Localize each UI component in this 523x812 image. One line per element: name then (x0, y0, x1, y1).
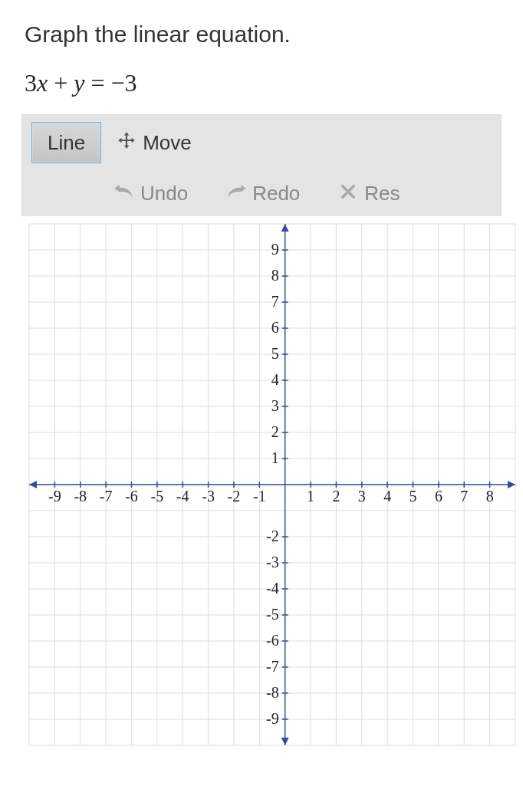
redo-icon (226, 182, 246, 205)
y-var: y (74, 69, 84, 97)
tool-mode-row: Line Move (22, 115, 501, 170)
graph-canvas[interactable]: -9-8-7-6-5-4-3-2-112345678-9-8-7-6-5-4-3… (21, 216, 523, 753)
svg-text:-7: -7 (266, 658, 279, 675)
redo-label: Redo (252, 182, 300, 205)
line-tool-button[interactable]: Line (31, 122, 101, 163)
svg-text:-2: -2 (228, 488, 241, 505)
svg-text:-3: -3 (266, 554, 279, 570)
svg-text:-5: -5 (266, 606, 279, 623)
instruction-text: Graph the linear equation. (25, 21, 498, 48)
undo-button[interactable]: Undo (114, 182, 188, 205)
svg-text:-6: -6 (266, 632, 279, 649)
plus: + (48, 69, 74, 97)
svg-text:1: 1 (307, 488, 314, 505)
svg-text:-3: -3 (202, 488, 215, 505)
svg-text:2: 2 (332, 488, 340, 505)
svg-marker-46 (281, 738, 289, 745)
graph-toolbar: Line Move Undo (21, 114, 502, 216)
svg-text:2: 2 (271, 423, 279, 440)
svg-text:5: 5 (271, 345, 279, 362)
svg-text:1: 1 (271, 449, 279, 466)
reset-label: Res (364, 182, 400, 205)
equals: = (84, 69, 110, 97)
svg-text:3: 3 (358, 488, 366, 505)
svg-text:-1: -1 (253, 488, 266, 505)
svg-text:7: 7 (460, 488, 468, 505)
svg-text:6: 6 (271, 319, 279, 336)
undo-label: Undo (140, 182, 188, 205)
move-tool-label: Move (143, 131, 192, 155)
svg-text:4: 4 (383, 488, 391, 505)
close-icon (338, 182, 358, 205)
rhs: −3 (111, 69, 137, 97)
svg-text:3: 3 (271, 397, 279, 414)
svg-text:-9: -9 (48, 488, 61, 505)
svg-marker-43 (508, 481, 515, 488)
svg-text:7: 7 (271, 293, 279, 310)
svg-text:-2: -2 (266, 528, 279, 544)
svg-text:-4: -4 (266, 580, 279, 597)
svg-marker-45 (281, 224, 289, 232)
svg-text:6: 6 (435, 488, 442, 505)
move-tool-button[interactable]: Move (101, 122, 207, 163)
coordinate-grid[interactable]: -9-8-7-6-5-4-3-2-112345678-9-8-7-6-5-4-3… (21, 216, 523, 753)
move-icon (117, 130, 137, 156)
svg-text:-5: -5 (151, 488, 164, 505)
reset-button[interactable]: Res (338, 182, 400, 205)
svg-text:-8: -8 (74, 488, 87, 505)
svg-text:5: 5 (410, 488, 417, 505)
svg-text:-6: -6 (125, 488, 138, 505)
svg-text:-8: -8 (266, 684, 279, 701)
svg-text:-4: -4 (176, 488, 189, 505)
x-var: x (37, 69, 48, 97)
svg-text:9: 9 (271, 241, 279, 258)
svg-text:4: 4 (271, 371, 279, 388)
tool-action-row: Undo Redo Res (22, 170, 501, 216)
line-tool-label: Line (48, 131, 85, 155)
svg-text:-7: -7 (100, 488, 113, 505)
svg-text:-9: -9 (266, 710, 279, 727)
svg-text:8: 8 (271, 267, 279, 284)
svg-text:8: 8 (486, 488, 494, 505)
redo-button[interactable]: Redo (226, 182, 300, 205)
coef: 3 (25, 69, 37, 97)
equation-text: 3x + y = −3 (25, 69, 498, 97)
svg-marker-44 (29, 481, 37, 488)
undo-icon (114, 182, 134, 205)
